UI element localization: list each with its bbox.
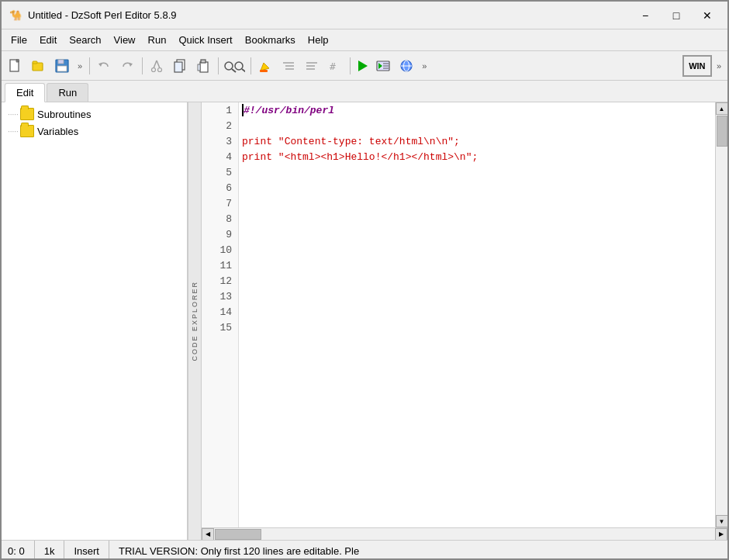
- scroll-down-button[interactable]: ▼: [716, 515, 728, 527]
- separator-5: [347, 55, 352, 77]
- code-line-12: [242, 273, 712, 289]
- code-text-1: #!/usr/bin/perl: [244, 105, 334, 116]
- line-num-4: 4: [202, 149, 238, 164]
- run-debug-button[interactable]: [372, 55, 394, 77]
- cursor-position: 0: 0: [8, 541, 35, 560]
- code-text-4c: "<html><h1>Hello!</h1></html>\n";: [278, 151, 478, 163]
- editor-inner: 1 2 3 4 5 6 7 8 9 10 11 12 13 14 15 #!/u…: [202, 102, 727, 527]
- svg-line-11: [154, 60, 157, 68]
- svg-marker-30: [358, 60, 368, 71]
- code-line-13: [242, 289, 712, 304]
- svg-text:#: #: [330, 60, 336, 72]
- file-size: 1k: [35, 541, 65, 560]
- line-num-13: 13: [202, 289, 238, 304]
- line-num-10: 10: [202, 242, 238, 258]
- comment-button[interactable]: #: [324, 55, 346, 77]
- code-explorer-label: CODE EXPLORER: [191, 281, 199, 361]
- code-line-2: [242, 118, 712, 133]
- svg-line-21: [242, 69, 245, 72]
- win-mode-button[interactable]: WIN: [682, 55, 712, 77]
- menu-quick-insert[interactable]: Quick Insert: [172, 32, 238, 48]
- separator-4: [248, 55, 253, 77]
- cut-button[interactable]: [146, 55, 168, 77]
- code-text-4b: [272, 151, 278, 163]
- scroll-up-button[interactable]: ▲: [716, 102, 728, 115]
- minimize-button[interactable]: −: [631, 5, 659, 26]
- line-num-11: 11: [202, 258, 238, 273]
- highlight-button[interactable]: [254, 55, 276, 77]
- code-line-15: [242, 320, 712, 335]
- find-button[interactable]: [222, 55, 247, 77]
- edit-mode: Insert: [64, 541, 109, 560]
- variables-item[interactable]: ····· Variables: [5, 123, 184, 140]
- menu-help[interactable]: Help: [302, 32, 335, 48]
- code-explorer-divider[interactable]: CODE EXPLORER: [188, 102, 202, 540]
- code-text-4a: print: [242, 151, 272, 163]
- tab-run[interactable]: Run: [47, 83, 88, 102]
- maximize-button[interactable]: □: [662, 5, 690, 26]
- variables-label: Variables: [37, 126, 78, 137]
- line-num-8: 8: [202, 211, 238, 226]
- svg-rect-6: [57, 66, 67, 71]
- code-line-7: [242, 195, 712, 211]
- menu-bookmarks[interactable]: Bookmarks: [239, 32, 302, 48]
- svg-line-19: [232, 69, 236, 72]
- line-num-5: 5: [202, 164, 238, 180]
- subroutines-folder-icon: [20, 108, 34, 120]
- h-scroll-thumb[interactable]: [215, 529, 261, 540]
- save-file-button[interactable]: [51, 55, 73, 77]
- code-line-10: [242, 242, 712, 258]
- line-num-2: 2: [202, 118, 238, 133]
- code-line-1: #!/usr/bin/perl: [242, 102, 712, 118]
- menu-file[interactable]: File: [5, 32, 33, 48]
- menu-view[interactable]: View: [108, 32, 142, 48]
- menu-run[interactable]: Run: [142, 32, 173, 48]
- sidebar: ····· Subroutines ····· Variables: [2, 102, 188, 540]
- indent-button[interactable]: [278, 55, 299, 77]
- close-button[interactable]: ✕: [693, 5, 721, 26]
- run-browser-button[interactable]: [396, 55, 417, 77]
- run-button[interactable]: [354, 55, 371, 77]
- line-num-9: 9: [202, 226, 238, 242]
- new-file-button[interactable]: [5, 55, 26, 77]
- line-num-6: 6: [202, 180, 238, 195]
- open-file-button[interactable]: [28, 55, 50, 77]
- unindent-button[interactable]: [301, 55, 323, 77]
- subroutines-item[interactable]: ····· Subroutines: [5, 105, 184, 123]
- variables-folder-icon: [20, 125, 34, 137]
- window-controls: − □ ✕: [631, 5, 721, 26]
- tree-dots-1: ·····: [8, 110, 20, 119]
- scroll-thumb-vertical[interactable]: [717, 116, 727, 147]
- paste-button[interactable]: [192, 55, 214, 77]
- tree-dots-2: ·····: [8, 127, 20, 136]
- svg-marker-8: [129, 63, 133, 67]
- svg-rect-17: [198, 64, 200, 71]
- toolbar-more-1[interactable]: »: [74, 60, 85, 72]
- svg-point-10: [158, 67, 162, 71]
- vertical-scrollbar: ▲ ▼: [715, 102, 727, 527]
- menu-search[interactable]: Search: [63, 32, 107, 48]
- h-scroll-track[interactable]: [214, 528, 715, 541]
- scroll-right-button[interactable]: ▶: [715, 528, 727, 541]
- svg-marker-7: [98, 63, 102, 67]
- toolbar-more-2[interactable]: »: [419, 60, 430, 72]
- main-content: ····· Subroutines ····· Variables CODE E…: [2, 102, 727, 540]
- line-num-12: 12: [202, 273, 238, 289]
- separator-1: [87, 55, 92, 77]
- svg-rect-3: [33, 61, 37, 64]
- code-text-3b: [272, 136, 278, 147]
- scroll-track-vertical[interactable]: [716, 115, 728, 515]
- copy-button[interactable]: [169, 55, 191, 77]
- undo-button[interactable]: [93, 55, 115, 77]
- toolbar-more-3[interactable]: »: [713, 60, 724, 72]
- code-line-14: [242, 304, 712, 320]
- redo-button[interactable]: [116, 55, 138, 77]
- code-text-3c: "Content-type: text/html\n\n";: [278, 136, 460, 147]
- code-area[interactable]: #!/usr/bin/perl print "Content-type: tex…: [239, 102, 715, 527]
- scroll-left-button[interactable]: ◀: [202, 528, 214, 541]
- tab-edit[interactable]: Edit: [5, 83, 45, 102]
- menu-edit[interactable]: Edit: [33, 32, 63, 48]
- code-line-6: [242, 180, 712, 195]
- line-num-3: 3: [202, 133, 238, 149]
- horizontal-scrollbar: ◀ ▶: [202, 527, 727, 540]
